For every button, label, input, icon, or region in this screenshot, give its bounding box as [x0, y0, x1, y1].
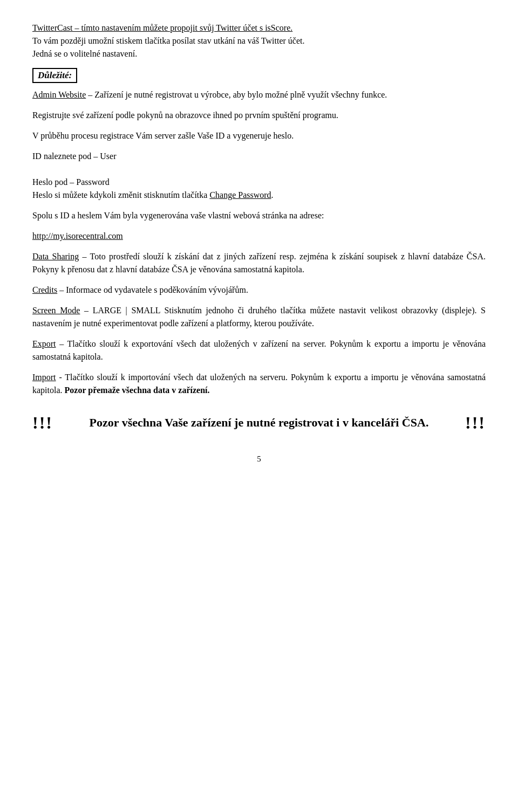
import-text3-bold: Pozor přemaže všechna data v zařízení. — [63, 386, 210, 395]
change-password-link: Change Password — [209, 190, 271, 199]
intro-line2: To vám později umožní stiskem tlačítka p… — [32, 36, 304, 45]
data-sharing-paragraph: Data Sharing – Toto prostředí slouží k z… — [32, 250, 486, 276]
spolu-paragraph: Spolu s ID a heslem Vám byla vygenerován… — [32, 209, 486, 222]
screen-mode-text1: – LARGE | SMALL Stisknutím jednoho či dr… — [80, 306, 476, 315]
export-paragraph: Export – Tlačítko slouží k exportování v… — [32, 338, 486, 363]
exclamation-right: !!! — [465, 413, 486, 433]
import-paragraph: Import - Tlačítko slouží k importování v… — [32, 371, 486, 397]
heslo-line: Heslo pod – Password — [32, 177, 110, 187]
dulezite-section: Důležité: Admin Website – Zařízení je nu… — [32, 68, 486, 101]
credits-text: – Informace od vydavatele s poděkováním … — [57, 285, 248, 294]
import-term: Import — [32, 373, 56, 382]
twittercast-term: TwitterCast – tímto nastavením můžete pr… — [32, 23, 292, 32]
id-heslo-block: ID naleznete pod – User Heslo pod – Pass… — [32, 150, 486, 202]
url-paragraph: http://my.isorecentral.com — [32, 230, 486, 243]
credits-term: Credits — [32, 285, 57, 294]
screen-mode-term: Screen Mode — [32, 306, 80, 315]
admin-website-paragraph: Admin Website – Zařízení je nutné regist… — [32, 88, 486, 101]
vprubehu-paragraph: V průběhu procesu registrace Vám server … — [32, 129, 486, 142]
credits-paragraph: Credits – Informace od vydavatele s podě… — [32, 284, 486, 297]
page-number: 5 — [32, 455, 486, 464]
admin-website-term: Admin Website — [32, 90, 86, 99]
intro-line3: Jedná se o volitelné nastavení. — [32, 49, 137, 58]
data-sharing-term: Data Sharing — [32, 252, 79, 261]
exclamation-left: !!! — [32, 413, 53, 433]
export-term: Export — [32, 339, 56, 348]
page-content: TwitterCast – tímto nastavením můžete pr… — [0, 0, 518, 496]
screen-mode-paragraph: Screen Mode – LARGE | SMALL Stisknutím j… — [32, 304, 486, 330]
url-link: http://my.isorecentral.com — [32, 231, 123, 240]
import-text1: - Tlačítko slouží k importování všech da… — [56, 373, 288, 382]
admin-website-text: – Zařízení je nutné registrovat u výrobc… — [86, 90, 387, 99]
data-sharing-text3: Pokyny k přenosu dat z hlavní databáze Č… — [32, 265, 304, 274]
heslo-change-suffix: . — [271, 190, 274, 199]
intro-paragraph: TwitterCast – tímto nastavením můžete pr… — [32, 22, 486, 60]
warning-row: !!! Pozor všechna Vaše zařízení je nutné… — [32, 413, 486, 433]
heslo-change-prefix: Heslo si můžete kdykoli změnit stisknutí… — [32, 190, 209, 199]
spolu-text: Spolu s ID a heslem Vám byla vygenerován… — [32, 211, 324, 220]
export-text1: – Tlačítko slouží k exportování všech da… — [56, 339, 326, 348]
registrujte-paragraph: Registrujte své zařízení podle pokynů na… — [32, 109, 486, 122]
data-sharing-text2: zejména k získání soupisek z hlavní data… — [296, 252, 486, 261]
dulezite-label: Důležité: — [32, 68, 77, 83]
id-line: ID naleznete pod – User — [32, 152, 117, 161]
data-sharing-text1: – Toto prostředí slouží k získání dat z … — [79, 252, 296, 261]
warning-text: Pozor všechna Vaše zařízení je nutné reg… — [53, 415, 465, 431]
